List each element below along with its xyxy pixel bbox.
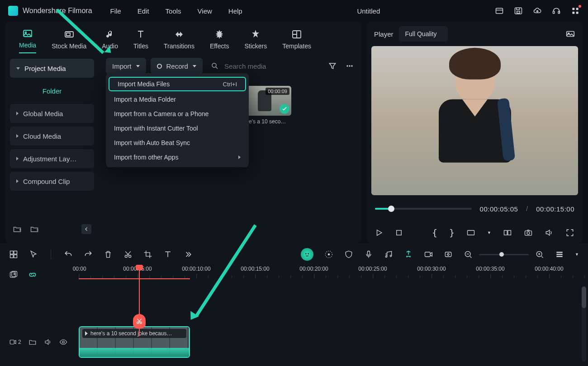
mark-in-icon[interactable]: { <box>432 227 437 238</box>
delete-icon[interactable] <box>104 250 113 259</box>
timeline-clip[interactable]: here's a 10 second joke becaus… <box>79 326 190 358</box>
time-ruler[interactable]: :00:0000:00:05:0000:00:10:0000:00:15:000… <box>72 266 588 284</box>
menu-view[interactable]: View <box>198 7 212 15</box>
mic-icon[interactable] <box>364 250 373 259</box>
chevron-down-icon[interactable]: ▼ <box>487 230 491 235</box>
new-folder-icon[interactable] <box>13 225 22 234</box>
camera-icon[interactable] <box>524 228 533 237</box>
sidebar-project[interactable]: Project Media <box>10 59 94 78</box>
record-button[interactable]: Record <box>151 58 203 74</box>
search-input[interactable] <box>224 62 320 70</box>
timeline-scrollbar[interactable] <box>582 286 586 361</box>
import-camera[interactable]: Import from a Camera or a Phone <box>106 107 249 121</box>
import-media-folder[interactable]: Import a Media Folder <box>106 92 249 107</box>
ratio-icon[interactable] <box>466 228 475 237</box>
shield-icon[interactable] <box>344 250 353 259</box>
panels-icon[interactable] <box>9 250 18 259</box>
tab-titles[interactable]: Titles <box>133 29 148 53</box>
add-track-icon[interactable] <box>9 270 18 279</box>
save-icon[interactable] <box>514 6 523 15</box>
import-folder-label: Import a Media Folder <box>114 96 176 103</box>
keyframe-icon[interactable] <box>444 250 453 259</box>
player-label: Player <box>374 30 394 38</box>
view-mode-icon[interactable] <box>555 250 564 259</box>
filter-icon[interactable] <box>328 61 337 70</box>
zoom-slider[interactable] <box>479 254 529 255</box>
media-card[interactable]: 00:00:09 …re's a 10 seco… <box>242 86 291 125</box>
speed-icon[interactable] <box>324 250 333 259</box>
seek-bar[interactable] <box>375 208 472 210</box>
svg-rect-4 <box>558 11 560 14</box>
import-media-files[interactable]: Import Media FilesCtrl+I <box>109 77 246 91</box>
mute-icon[interactable] <box>44 338 52 346</box>
visibility-icon[interactable] <box>59 338 67 346</box>
playhead-grip-icon[interactable] <box>136 265 143 270</box>
marker-icon[interactable] <box>404 250 413 259</box>
zoom-out-icon[interactable] <box>464 250 473 259</box>
preview-pane: Player Full Quality 00:00:05:05 / 00:00:… <box>367 22 583 243</box>
import-apps[interactable]: Import from other Apps <box>106 150 249 164</box>
fullscreen-icon[interactable] <box>565 228 574 237</box>
apps-icon[interactable] <box>571 6 580 15</box>
svg-rect-21 <box>468 230 474 235</box>
import-button[interactable]: Import <box>106 58 146 74</box>
tab-transitions[interactable]: Transitions <box>164 29 194 53</box>
titles-icon <box>135 29 146 40</box>
headset-icon[interactable] <box>552 6 561 15</box>
seek-handle[interactable] <box>388 206 394 212</box>
menu-edit[interactable]: Edit <box>138 7 149 15</box>
compare-icon[interactable] <box>503 228 512 237</box>
cloud-icon[interactable] <box>533 6 542 15</box>
video-track-icon[interactable]: 2 <box>9 338 21 346</box>
time-current: 00:00:05:05 <box>480 205 518 213</box>
tab-media[interactable]: Media <box>19 28 36 53</box>
ai-icon[interactable] <box>301 248 313 261</box>
svg-point-38 <box>390 255 391 257</box>
mark-out-icon[interactable]: } <box>449 227 455 238</box>
record-dot-icon <box>157 64 162 69</box>
menu-help[interactable]: Help <box>228 7 242 15</box>
volume-icon[interactable] <box>545 228 554 237</box>
sidebar-cloud[interactable]: Cloud Media <box>10 127 94 145</box>
text-icon[interactable] <box>163 250 172 259</box>
chevron-down-icon[interactable]: ▼ <box>575 252 579 257</box>
scrollbar-thumb[interactable] <box>582 286 586 308</box>
crop-icon[interactable] <box>143 250 152 259</box>
redo-icon[interactable] <box>84 250 93 259</box>
main-menu: File Edit Tools View Help <box>110 7 242 15</box>
quality-dropdown[interactable]: Full Quality <box>399 26 448 42</box>
more-icon[interactable] <box>345 61 354 70</box>
sidebar-folder[interactable]: Folder <box>10 81 94 100</box>
menu-tools[interactable]: Tools <box>166 7 181 15</box>
play-icon[interactable] <box>375 229 383 237</box>
svg-rect-44 <box>556 254 562 255</box>
preview-canvas[interactable] <box>371 46 578 195</box>
collapse-sidebar-button[interactable] <box>81 224 91 234</box>
tab-stickers[interactable]: Stickers <box>244 29 267 53</box>
zoom-handle[interactable] <box>499 252 504 257</box>
render-icon[interactable] <box>424 250 433 259</box>
zoom-in-icon[interactable] <box>535 250 544 259</box>
clip-range-indicator <box>79 278 190 279</box>
layout-icon[interactable] <box>495 6 504 15</box>
delete-folder-icon[interactable] <box>30 225 39 234</box>
link-icon[interactable] <box>28 270 37 279</box>
folder-track-icon[interactable] <box>28 338 37 346</box>
more-tools-icon[interactable] <box>183 250 192 259</box>
search-icon[interactable] <box>211 62 219 70</box>
select-tool-icon[interactable] <box>29 250 38 259</box>
sidebar-compound[interactable]: Compound Clip <box>10 172 94 191</box>
import-cutter[interactable]: Import with Instant Cutter Tool <box>106 121 249 136</box>
cut-badge[interactable] <box>133 314 146 328</box>
snapshot-icon[interactable] <box>565 29 575 39</box>
import-beat[interactable]: Import with Auto Beat Sync <box>106 136 249 150</box>
menu-file[interactable]: File <box>110 7 121 15</box>
tab-templates[interactable]: Templates <box>282 29 311 53</box>
stop-icon[interactable] <box>395 229 403 237</box>
undo-icon[interactable] <box>64 250 73 259</box>
sidebar-global[interactable]: Global Media <box>10 104 94 123</box>
sidebar-adjustment[interactable]: Adjustment Lay… <box>10 149 94 168</box>
music-icon[interactable] <box>384 250 393 259</box>
cut-icon[interactable] <box>123 250 133 259</box>
tab-effects[interactable]: Effects <box>210 29 229 53</box>
